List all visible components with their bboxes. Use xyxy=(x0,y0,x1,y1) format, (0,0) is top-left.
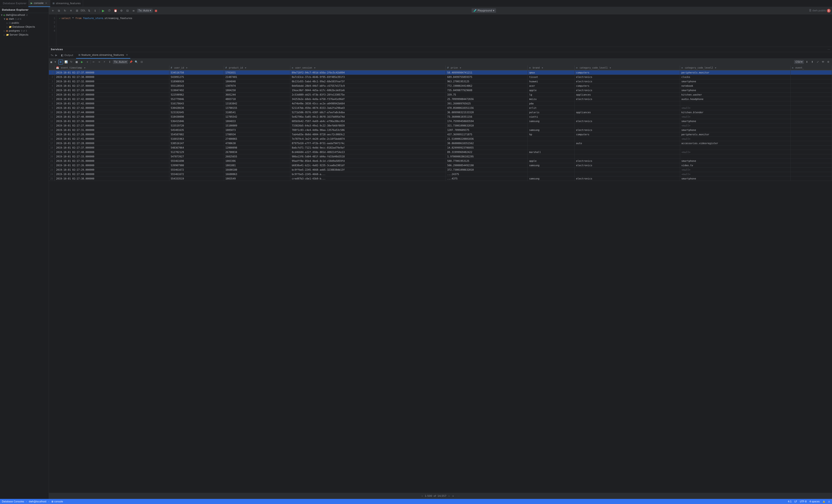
compare-btn[interactable]: ⚡ xyxy=(102,60,107,64)
run-btn[interactable]: ▶ xyxy=(101,8,106,13)
table-row[interactable]: 82019-10-01 02:17:42.0000005161786431310… xyxy=(49,101,832,106)
col-product-id[interactable]: # product_id ▼ xyxy=(224,65,290,70)
grid-btn[interactable]: ⊞ xyxy=(74,8,80,13)
col-event[interactable]: ≡ event_ xyxy=(790,65,832,70)
eye-btn[interactable]: 👁 xyxy=(821,60,825,64)
page-options-btn[interactable]: ⋯ xyxy=(458,495,460,498)
table-row[interactable]: 182019-10-01 02:17:37.000000548367064120… xyxy=(49,145,832,150)
col-price[interactable]: # price ▼ xyxy=(446,65,528,70)
export-data-btn[interactable]: ⊡ xyxy=(139,60,144,64)
table-row[interactable]: 252019-10-01 02:17:38.000000554333519100… xyxy=(49,176,832,181)
table-row[interactable]: 242019-10-01 02:17:44.000000555461672166… xyxy=(49,172,832,176)
feature-store-close[interactable]: ✕ xyxy=(126,53,128,56)
sidebar-item-server-objects[interactable]: ▷ 📁 Server Objects xyxy=(0,33,49,37)
settings-data-btn[interactable]: ⚙ xyxy=(826,60,831,64)
csv-export-btn[interactable]: CSV ▾ xyxy=(794,60,804,64)
duplicate-btn[interactable]: ⧉ xyxy=(56,8,61,13)
table-row[interactable]: 122019-10-01 02:17:36.000000536415846100… xyxy=(49,119,832,123)
data-table-container[interactable]: 📅 event_timestamp ▼ # user_id ▼ # xyxy=(49,65,832,493)
table-row[interactable]: 72019-10-01 02:17:42.0000005527790464803… xyxy=(49,97,832,101)
sidebar-item-dwh-localhost[interactable]: ▼ ◈ dwh@localhost 2 xyxy=(0,13,49,17)
table-view-btn[interactable]: ⊞ xyxy=(58,60,63,64)
col-cat-level2[interactable]: ≡ category_code_level2 ▼ xyxy=(680,65,790,70)
back-btn[interactable]: ← xyxy=(92,60,96,64)
format-btn[interactable]: ⇅ xyxy=(86,8,92,13)
sort-btn[interactable]: ↕ xyxy=(107,60,112,64)
table-row[interactable]: 22019-10-01 02:17:38.0000005430912752140… xyxy=(49,75,832,79)
filter-icon[interactable]: ▼ xyxy=(460,67,461,69)
sidebar-item-dwh[interactable]: ▼ ◉ dwh 1 of 4 xyxy=(0,17,49,21)
filter-icon[interactable]: ▼ xyxy=(84,67,85,69)
table-row[interactable]: 162019-10-01 02:17:41.000000516015963274… xyxy=(49,137,832,141)
upload-btn[interactable]: ⬆ xyxy=(810,60,814,64)
view-toggle-arrow[interactable]: ▾ xyxy=(53,60,58,64)
output-expand-btn[interactable]: ▶ xyxy=(54,54,58,57)
filter-icon[interactable]: ▼ xyxy=(610,67,611,69)
settings-btn[interactable]: ⚙ xyxy=(119,8,124,13)
console-tab-close[interactable]: ✕ xyxy=(45,2,48,4)
add-btn[interactable]: + xyxy=(50,8,55,13)
filter-icon[interactable]: ▼ xyxy=(186,67,187,69)
ddl-btn[interactable]: DDL xyxy=(80,8,86,13)
refresh-btn[interactable]: ↻ xyxy=(62,8,68,13)
history-btn[interactable]: ⏱ xyxy=(107,8,112,13)
table-row[interactable]: 12019-10-01 02:17:37.0000005345167501701… xyxy=(49,70,832,75)
prev-page-btn[interactable]: ‹ xyxy=(421,495,423,498)
pin-btn[interactable]: 📌 xyxy=(129,60,133,64)
chart-view-btn[interactable]: 📊 xyxy=(64,60,69,64)
playground-btn[interactable]: 🧪 Playground ▾ xyxy=(472,8,496,13)
stop-btn[interactable]: ■ xyxy=(154,8,159,13)
col-event-timestamp[interactable]: 📅 event_timestamp ▼ xyxy=(55,65,170,70)
table-row[interactable]: 32019-10-01 02:17:32.0000005189089201004… xyxy=(49,79,832,84)
forward-btn[interactable]: → xyxy=(97,60,101,64)
col-brand[interactable]: ≡ brand ▼ xyxy=(528,65,575,70)
table-row[interactable]: 92019-10-01 02:17:42.0000005304286301370… xyxy=(49,106,832,110)
tx-dropdown[interactable]: Tx: Auto ▾ xyxy=(137,8,153,12)
table-row[interactable]: 192019-10-01 02:17:40.000000512702129267… xyxy=(49,150,832,155)
refresh-data-btn[interactable]: ↻ xyxy=(69,60,74,64)
tx-auto-dropdown[interactable]: Tx: Auto ▾ xyxy=(113,60,128,64)
next-page-btn[interactable]: › xyxy=(448,495,450,498)
format2-btn[interactable]: ≡ xyxy=(131,8,136,13)
tab-streaming-features[interactable]: ⊞ streaming_features xyxy=(50,0,83,7)
close-btn[interactable]: ✕ xyxy=(69,8,74,13)
col-user-id[interactable]: # user_id ▼ xyxy=(169,65,224,70)
col-user-session[interactable]: ≡ user_session ▼ xyxy=(290,65,446,70)
filter-icon[interactable]: ▼ xyxy=(245,67,246,69)
tab-console[interactable]: ▶ console ✕ xyxy=(28,0,50,7)
run-data-btn[interactable]: ▶ xyxy=(80,60,84,64)
table-row[interactable]: 152019-10-01 02:17:28.000000554587082170… xyxy=(49,132,832,137)
filter-icon[interactable]: ▼ xyxy=(314,67,315,69)
filter-icon[interactable]: ▼ xyxy=(715,67,716,69)
last-page-btn[interactable]: » xyxy=(451,495,454,498)
tab-feature-store[interactable]: ⊞ feature_store.streaming_features ✕ xyxy=(76,52,130,59)
sidebar-item-db-objects[interactable]: ▷ 📁 Database Objects xyxy=(0,25,49,29)
download-btn[interactable]: ⬇ xyxy=(805,60,809,64)
filter-icon[interactable]: ▼ xyxy=(542,67,543,69)
info-btn[interactable]: ℹ xyxy=(93,8,98,13)
table-row[interactable]: 132019-10-01 02:17:27.000000515519720151… xyxy=(49,123,832,128)
services-menu-icon[interactable]: ⋯ xyxy=(828,48,830,51)
table-row[interactable]: 212019-10-01 02:17:35.000000555461698100… xyxy=(49,159,832,163)
table-row[interactable]: 202019-10-01 02:17:33.000000547873927260… xyxy=(49,155,832,159)
table-row[interactable]: 102019-10-01 02:17:44.000000523192645310… xyxy=(49,110,832,115)
schedule-btn[interactable]: ⏰ xyxy=(113,8,118,13)
table-row[interactable]: 232019-10-01 02:17:29.000000555461672166… xyxy=(49,168,832,172)
table-row[interactable]: 142019-10-01 02:17:31.000000545401635100… xyxy=(49,128,832,132)
export-btn[interactable]: ⊟ xyxy=(125,8,130,13)
editor-content[interactable]: ✓ select * from feature_store.streaming_… xyxy=(56,15,832,47)
table-row[interactable]: 62019-10-01 02:17:37.0000005225909623601… xyxy=(49,92,832,97)
table-row[interactable]: 42019-10-01 02:17:37.0000005551285431307… xyxy=(49,84,832,88)
table-row[interactable]: 52019-10-01 02:17:28.0000005190474921004… xyxy=(49,88,832,92)
table-row[interactable]: 222019-10-01 02:17:26.000000539907980180… xyxy=(49,163,832,168)
stop-data-btn[interactable]: ■ xyxy=(74,60,79,64)
sidebar-item-postgres[interactable]: ▷ ◉ postgres 0 of 3 xyxy=(0,29,49,33)
table-row[interactable]: 112019-10-01 02:17:40.000000518430090127… xyxy=(49,115,832,119)
search-btn[interactable]: 🔍 xyxy=(134,60,139,64)
maximize-btn[interactable]: ⤢ xyxy=(815,60,820,64)
tab-output[interactable]: ◧ Output xyxy=(59,52,76,59)
add-row-btn[interactable]: + xyxy=(85,60,90,64)
sidebar-item-public[interactable]: ▷ ⬡ public xyxy=(0,21,49,25)
col-cat-level1[interactable]: ≡ category_code_level1 ▼ xyxy=(575,65,680,70)
table-row[interactable]: 172019-10-01 02:17:28.000000530516147470… xyxy=(49,141,832,145)
